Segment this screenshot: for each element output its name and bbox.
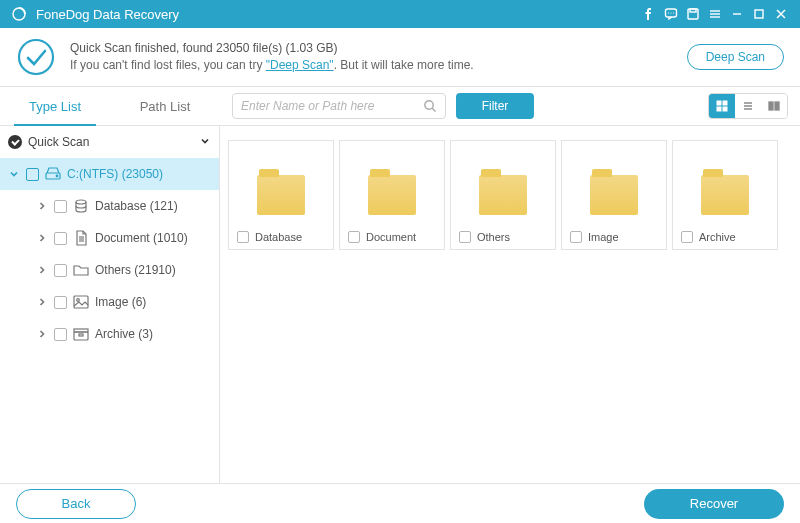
svg-rect-6 (690, 9, 696, 12)
checkbox[interactable] (54, 200, 67, 213)
app-logo-icon (8, 3, 30, 25)
tree-item[interactable]: Document (1010) (0, 222, 219, 254)
svg-point-3 (670, 12, 671, 13)
svg-rect-25 (775, 102, 779, 110)
chevron-down-icon[interactable] (199, 135, 211, 150)
folder-icon (590, 175, 638, 215)
view-mode-group (708, 93, 788, 119)
feedback-icon[interactable] (660, 3, 682, 25)
svg-rect-24 (769, 102, 773, 110)
checkbox[interactable] (54, 328, 67, 341)
checkbox[interactable] (26, 168, 39, 181)
sidebar-tabs: Type List Path List (0, 87, 220, 125)
tree-item-label: Database (121) (95, 199, 211, 213)
deep-scan-link[interactable]: "Deep Scan" (266, 58, 334, 72)
svg-point-27 (56, 175, 58, 177)
back-button[interactable]: Back (16, 489, 136, 519)
view-detail-icon[interactable] (761, 94, 787, 118)
checkbox[interactable] (54, 296, 67, 309)
tree-root-label: Quick Scan (28, 135, 193, 149)
title-bar: FoneDog Data Recovery (0, 0, 800, 28)
tab-path-list[interactable]: Path List (110, 87, 220, 125)
svg-point-4 (673, 12, 674, 13)
tree-item-label: Archive (3) (95, 327, 211, 341)
chevron-right-icon[interactable] (36, 265, 48, 275)
menu-icon[interactable] (704, 3, 726, 25)
folder-label: Others (477, 231, 510, 243)
filter-button[interactable]: Filter (456, 93, 534, 119)
folder-label: Archive (699, 231, 736, 243)
save-icon[interactable] (682, 3, 704, 25)
image-icon (73, 294, 89, 310)
success-check-icon (16, 37, 56, 77)
folder-card[interactable]: Document (339, 140, 445, 250)
checkbox[interactable] (348, 231, 360, 243)
chevron-down-icon[interactable] (8, 169, 20, 179)
chevron-right-icon[interactable] (36, 233, 48, 243)
folder-label: Image (588, 231, 619, 243)
folder-icon (73, 262, 89, 278)
folder-label: Document (366, 231, 416, 243)
database-icon (73, 198, 89, 214)
facebook-icon[interactable] (638, 3, 660, 25)
folder-card[interactable]: Image (561, 140, 667, 250)
search-icon (423, 99, 437, 113)
view-grid-icon[interactable] (709, 94, 735, 118)
tree-root-quick-scan[interactable]: Quick Scan (0, 126, 219, 158)
svg-point-15 (425, 101, 433, 109)
view-list-icon[interactable] (735, 94, 761, 118)
tree-item[interactable]: Archive (3) (0, 318, 219, 350)
folder-card[interactable]: Database (228, 140, 334, 250)
checkbox[interactable] (570, 231, 582, 243)
chevron-right-icon[interactable] (36, 297, 48, 307)
close-icon[interactable] (770, 3, 792, 25)
footer-bar: Back Recover (0, 483, 800, 523)
folder-card[interactable]: Archive (672, 140, 778, 250)
document-icon (73, 230, 89, 246)
tab-type-list[interactable]: Type List (0, 87, 110, 125)
chevron-right-icon[interactable] (36, 201, 48, 211)
folder-icon (479, 175, 527, 215)
tree-item[interactable]: Database (121) (0, 190, 219, 222)
svg-rect-32 (74, 296, 88, 308)
archive-icon (73, 326, 89, 342)
tree-drive-label: C:(NTFS) (23050) (67, 167, 211, 181)
maximize-icon[interactable] (748, 3, 770, 25)
recover-button[interactable]: Recover (644, 489, 784, 519)
svg-rect-11 (755, 10, 763, 18)
check-bullet-icon (8, 135, 22, 149)
tree-item-label: Image (6) (95, 295, 211, 309)
checkbox[interactable] (681, 231, 693, 243)
folder-icon (257, 175, 305, 215)
svg-rect-20 (723, 107, 727, 111)
svg-point-2 (668, 12, 669, 13)
checkbox[interactable] (459, 231, 471, 243)
tree-item-label: Others (21910) (95, 263, 211, 277)
tree-drive-c[interactable]: C:(NTFS) (23050) (0, 158, 219, 190)
tree-item[interactable]: Others (21910) (0, 254, 219, 286)
svg-point-33 (77, 299, 80, 302)
folder-card[interactable]: Others (450, 140, 556, 250)
svg-rect-36 (79, 334, 83, 336)
search-input[interactable] (241, 99, 423, 113)
app-brand: FoneDog Data Recovery (8, 3, 179, 25)
banner-line1: Quick Scan finished, found 23050 file(s)… (70, 41, 673, 55)
svg-point-14 (19, 40, 53, 74)
deep-scan-button[interactable]: Deep Scan (687, 44, 784, 70)
toolbar: Type List Path List Filter (0, 86, 800, 126)
checkbox[interactable] (54, 264, 67, 277)
tree-item-label: Document (1010) (95, 231, 211, 245)
svg-rect-35 (74, 329, 88, 332)
checkbox[interactable] (54, 232, 67, 245)
svg-rect-19 (717, 107, 721, 111)
svg-rect-17 (717, 101, 721, 105)
search-box[interactable] (232, 93, 446, 119)
tree-item[interactable]: Image (6) (0, 286, 219, 318)
minimize-icon[interactable] (726, 3, 748, 25)
drive-icon (45, 166, 61, 182)
chevron-right-icon[interactable] (36, 329, 48, 339)
banner-line2: If you can't find lost files, you can tr… (70, 58, 673, 72)
svg-point-28 (76, 200, 86, 204)
svg-line-16 (432, 108, 435, 111)
checkbox[interactable] (237, 231, 249, 243)
